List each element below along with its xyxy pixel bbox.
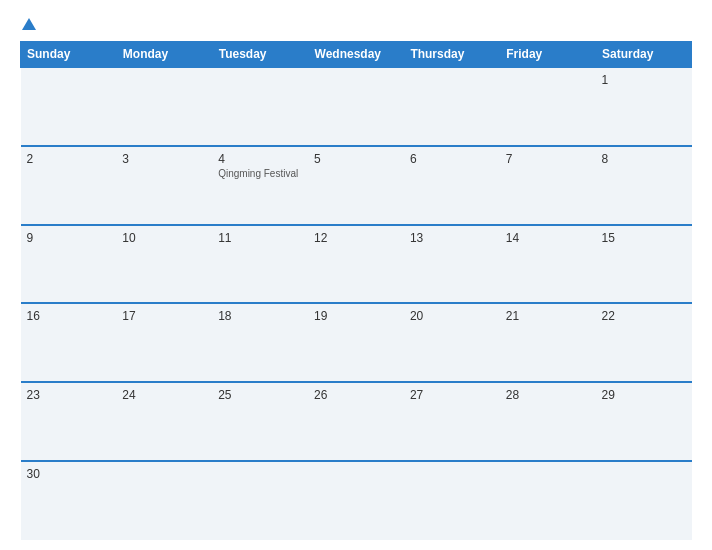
day-number: 14 bbox=[506, 231, 590, 245]
weekday-header: Friday bbox=[500, 42, 596, 68]
day-number: 29 bbox=[602, 388, 686, 402]
calendar-cell: 26 bbox=[308, 382, 404, 461]
day-number: 15 bbox=[602, 231, 686, 245]
weekday-header: Monday bbox=[116, 42, 212, 68]
day-number: 10 bbox=[122, 231, 206, 245]
day-number: 4 bbox=[218, 152, 302, 166]
calendar-week-row: 234Qingming Festival5678 bbox=[21, 146, 692, 225]
calendar-cell: 11 bbox=[212, 225, 308, 304]
day-number: 18 bbox=[218, 309, 302, 323]
calendar-cell bbox=[212, 461, 308, 540]
day-number: 12 bbox=[314, 231, 398, 245]
day-number: 27 bbox=[410, 388, 494, 402]
day-number: 7 bbox=[506, 152, 590, 166]
calendar-cell bbox=[500, 461, 596, 540]
calendar-cell bbox=[308, 461, 404, 540]
calendar-week-row: 1 bbox=[21, 67, 692, 146]
calendar-cell bbox=[404, 461, 500, 540]
day-number: 24 bbox=[122, 388, 206, 402]
day-number: 20 bbox=[410, 309, 494, 323]
calendar-cell: 28 bbox=[500, 382, 596, 461]
calendar-week-row: 16171819202122 bbox=[21, 303, 692, 382]
calendar-week-row: 9101112131415 bbox=[21, 225, 692, 304]
calendar-cell: 10 bbox=[116, 225, 212, 304]
calendar-cell: 20 bbox=[404, 303, 500, 382]
day-number: 3 bbox=[122, 152, 206, 166]
calendar-cell: 27 bbox=[404, 382, 500, 461]
day-number: 19 bbox=[314, 309, 398, 323]
calendar-cell: 13 bbox=[404, 225, 500, 304]
calendar-cell bbox=[500, 67, 596, 146]
calendar-cell: 7 bbox=[500, 146, 596, 225]
day-number: 2 bbox=[27, 152, 111, 166]
event-label: Qingming Festival bbox=[218, 168, 302, 179]
day-number: 11 bbox=[218, 231, 302, 245]
calendar-cell bbox=[116, 461, 212, 540]
day-number: 16 bbox=[27, 309, 111, 323]
weekday-header: Wednesday bbox=[308, 42, 404, 68]
header-row bbox=[20, 18, 692, 31]
calendar-cell: 30 bbox=[21, 461, 117, 540]
calendar-cell: 5 bbox=[308, 146, 404, 225]
calendar-cell: 12 bbox=[308, 225, 404, 304]
weekday-header: Saturday bbox=[596, 42, 692, 68]
day-number: 25 bbox=[218, 388, 302, 402]
calendar-cell: 24 bbox=[116, 382, 212, 461]
calendar-week-row: 23242526272829 bbox=[21, 382, 692, 461]
calendar-cell: 4Qingming Festival bbox=[212, 146, 308, 225]
day-number: 17 bbox=[122, 309, 206, 323]
calendar-cell bbox=[308, 67, 404, 146]
day-number: 21 bbox=[506, 309, 590, 323]
logo-triangle-icon bbox=[22, 18, 36, 30]
calendar-cell bbox=[212, 67, 308, 146]
day-number: 26 bbox=[314, 388, 398, 402]
calendar-cell: 17 bbox=[116, 303, 212, 382]
calendar-cell: 15 bbox=[596, 225, 692, 304]
day-number: 6 bbox=[410, 152, 494, 166]
day-number: 28 bbox=[506, 388, 590, 402]
calendar-cell: 6 bbox=[404, 146, 500, 225]
calendar-cell: 2 bbox=[21, 146, 117, 225]
weekday-header: Sunday bbox=[21, 42, 117, 68]
calendar-cell bbox=[21, 67, 117, 146]
calendar-cell: 25 bbox=[212, 382, 308, 461]
day-number: 1 bbox=[602, 73, 686, 87]
calendar-cell: 22 bbox=[596, 303, 692, 382]
logo bbox=[20, 18, 36, 31]
calendar-cell: 16 bbox=[21, 303, 117, 382]
logo-blue-text bbox=[20, 18, 36, 31]
calendar-cell bbox=[404, 67, 500, 146]
weekday-header: Tuesday bbox=[212, 42, 308, 68]
calendar-cell: 18 bbox=[212, 303, 308, 382]
calendar-cell: 1 bbox=[596, 67, 692, 146]
calendar-cell: 19 bbox=[308, 303, 404, 382]
calendar-table: SundayMondayTuesdayWednesdayThursdayFrid… bbox=[20, 41, 692, 540]
calendar-cell: 9 bbox=[21, 225, 117, 304]
calendar-cell bbox=[596, 461, 692, 540]
weekday-header-row: SundayMondayTuesdayWednesdayThursdayFrid… bbox=[21, 42, 692, 68]
calendar-page: SundayMondayTuesdayWednesdayThursdayFrid… bbox=[0, 0, 712, 550]
calendar-cell: 14 bbox=[500, 225, 596, 304]
weekday-header: Thursday bbox=[404, 42, 500, 68]
calendar-week-row: 30 bbox=[21, 461, 692, 540]
day-number: 30 bbox=[27, 467, 111, 481]
calendar-cell: 21 bbox=[500, 303, 596, 382]
day-number: 9 bbox=[27, 231, 111, 245]
calendar-cell bbox=[116, 67, 212, 146]
day-number: 23 bbox=[27, 388, 111, 402]
calendar-cell: 8 bbox=[596, 146, 692, 225]
day-number: 5 bbox=[314, 152, 398, 166]
calendar-cell: 29 bbox=[596, 382, 692, 461]
day-number: 13 bbox=[410, 231, 494, 245]
calendar-cell: 23 bbox=[21, 382, 117, 461]
day-number: 8 bbox=[602, 152, 686, 166]
day-number: 22 bbox=[602, 309, 686, 323]
calendar-cell: 3 bbox=[116, 146, 212, 225]
